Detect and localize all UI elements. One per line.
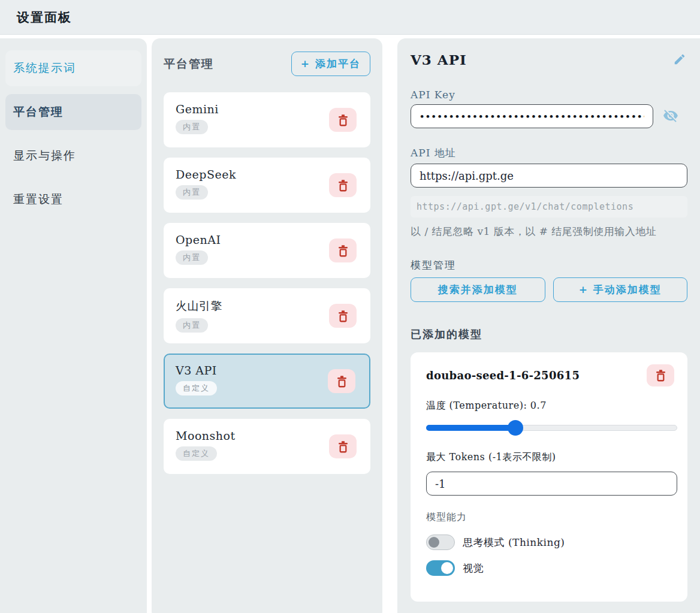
platform-panel-header: 平台管理 + 添加平台 <box>164 52 370 76</box>
trash-icon <box>337 114 349 126</box>
max-tokens-input[interactable] <box>426 472 677 496</box>
model-management-buttons: 搜索并添加模型 + 手动添加模型 <box>411 277 687 302</box>
platform-card-volcano[interactable]: 火山引擎 内置 <box>164 288 370 343</box>
temperature-label: 温度 (Temperature): 0.7 <box>426 400 674 412</box>
sidebar-item-display-operations[interactable]: 显示与操作 <box>5 138 141 174</box>
slider-thumb[interactable] <box>508 420 523 436</box>
platform-card-deepseek[interactable]: DeepSeek 内置 <box>164 158 370 213</box>
delete-platform-button[interactable] <box>329 304 357 328</box>
model-card-header: doubao-seed-1-6-250615 <box>426 364 674 386</box>
api-key-input[interactable] <box>411 104 653 128</box>
api-url-label: API 地址 <box>411 146 687 160</box>
api-key-row <box>411 104 687 128</box>
trash-icon <box>337 440 349 453</box>
platform-badge: 自定义 <box>176 446 217 461</box>
manual-add-model-button[interactable]: + 手动添加模型 <box>553 277 688 302</box>
platform-panel-title: 平台管理 <box>164 56 214 72</box>
delete-platform-button[interactable] <box>328 369 355 393</box>
platform-card-v3-api[interactable]: V3 API 自定义 <box>164 354 370 409</box>
vision-toggle-row: 视觉 <box>426 560 674 576</box>
pencil-icon <box>673 53 686 66</box>
api-key-label: API Key <box>411 89 687 101</box>
edit-platform-button[interactable] <box>672 52 687 69</box>
platform-card-openai[interactable]: OpenAI 内置 <box>164 223 370 278</box>
search-add-model-button[interactable]: 搜索并添加模型 <box>411 277 545 302</box>
delete-platform-button[interactable] <box>329 173 357 197</box>
platform-badge: 内置 <box>176 250 208 265</box>
detail-title: V3 API <box>411 52 467 68</box>
platform-card-gemini[interactable]: Gemini 内置 <box>164 92 370 147</box>
resolved-url-preview: https://api.gpt.ge/v1/chat/completions <box>411 196 687 218</box>
trash-icon <box>337 310 349 322</box>
sidebar-item-platform-management[interactable]: 平台管理 <box>5 94 141 130</box>
api-url-input[interactable] <box>411 164 687 188</box>
eye-off-icon <box>663 108 678 123</box>
model-card: doubao-seed-1-6-250615 温度 (Temperature):… <box>411 352 687 602</box>
max-tokens-label: 最大 Tokens (-1表示不限制) <box>426 451 674 464</box>
header: 设置面板 <box>0 0 700 35</box>
page-title: 设置面板 <box>17 9 72 26</box>
model-name: doubao-seed-1-6-250615 <box>426 369 580 382</box>
add-platform-button[interactable]: + 添加平台 <box>291 52 370 76</box>
delete-platform-button[interactable] <box>329 238 357 262</box>
sidebar-item-reset-settings[interactable]: 重置设置 <box>5 182 141 218</box>
delete-platform-button[interactable] <box>329 434 357 458</box>
platform-detail-panel: V3 API API Key API 地址 https://api.gpt.ge… <box>397 38 700 613</box>
platform-list-panel: 平台管理 + 添加平台 Gemini 内置 DeepSeek 内置 OpenAI… <box>152 38 382 613</box>
thinking-toggle-row: 思考模式 (Thinking) <box>426 535 674 550</box>
platform-badge: 内置 <box>176 185 208 200</box>
api-url-note: 以 / 结尾忽略 v1 版本，以 # 结尾强制使用输入地址 <box>411 224 691 239</box>
trash-icon <box>337 179 349 192</box>
vision-toggle-label: 视觉 <box>463 561 484 575</box>
thinking-toggle[interactable] <box>426 535 455 550</box>
platform-card-moonshot[interactable]: Moonshot 自定义 <box>164 419 370 474</box>
platform-badge: 内置 <box>176 318 208 333</box>
added-models-heading: 已添加的模型 <box>411 327 687 342</box>
detail-header: V3 API <box>411 52 687 69</box>
trash-icon <box>654 369 667 382</box>
trash-icon <box>337 244 349 257</box>
sidebar: 系统提示词 平台管理 显示与操作 重置设置 <box>0 38 147 613</box>
temperature-slider[interactable] <box>426 420 677 436</box>
toggle-knob <box>429 537 439 548</box>
toggle-knob <box>441 562 453 574</box>
delete-model-button[interactable] <box>647 364 674 386</box>
platform-badge: 自定义 <box>176 381 217 395</box>
sidebar-item-system-prompt[interactable]: 系统提示词 <box>5 50 141 86</box>
capabilities-label: 模型能力 <box>426 511 674 524</box>
model-management-label: 模型管理 <box>411 258 687 272</box>
platform-badge: 内置 <box>176 120 208 134</box>
slider-fill <box>426 425 515 431</box>
delete-platform-button[interactable] <box>329 108 357 132</box>
thinking-toggle-label: 思考模式 (Thinking) <box>463 536 565 549</box>
toggle-key-visibility-button[interactable] <box>662 107 680 126</box>
trash-icon <box>336 375 348 388</box>
vision-toggle[interactable] <box>426 560 455 576</box>
